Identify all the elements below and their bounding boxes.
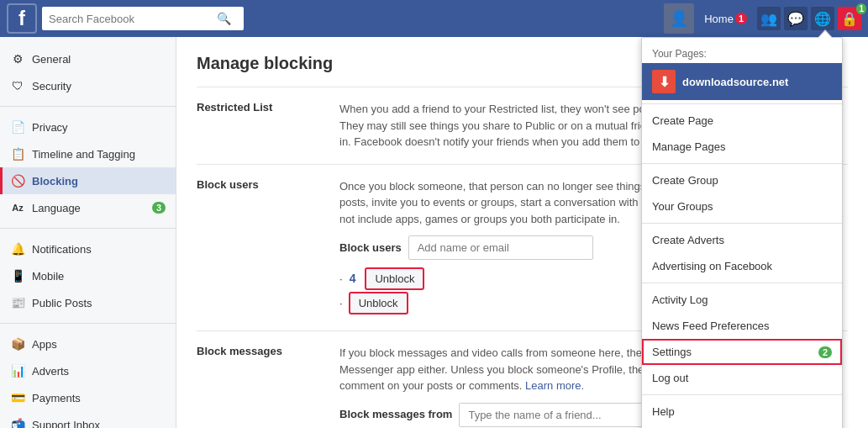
- sidebar-label-payments: Payments: [32, 392, 81, 404]
- dropdown-item-advertising[interactable]: Advertising on Facebook: [642, 253, 842, 279]
- timeline-icon: 📋: [10, 146, 25, 161]
- create-page-label: Create Page: [652, 114, 713, 127]
- messages-icon-btn[interactable]: 💬: [784, 7, 808, 30]
- sidebar-label-timeline: Timeline and Tagging: [32, 148, 135, 161]
- dropdown-item-create-adverts[interactable]: Create Adverts: [642, 227, 842, 253]
- notifications-icon-btn[interactable]: 🌐: [811, 7, 834, 30]
- sidebar-item-payments[interactable]: 💳 Payments: [0, 384, 176, 411]
- language-badge: 3: [152, 202, 166, 214]
- sidebar-item-general[interactable]: ⚙ General: [0, 45, 176, 72]
- public-posts-icon: 📰: [10, 295, 25, 310]
- facebook-logo: f: [7, 3, 37, 34]
- activity-log-label: Activity Log: [652, 293, 708, 306]
- dropdown-icon-btn[interactable]: 🔒 1: [838, 7, 861, 30]
- sidebar-item-mobile[interactable]: 📱 Mobile: [0, 262, 176, 289]
- manage-pages-label: Manage Pages: [652, 140, 725, 153]
- sidebar-item-apps[interactable]: 📦 Apps: [0, 330, 176, 357]
- block-messages-input-label: Block messages from: [339, 406, 452, 423]
- sidebar-label-language: Language: [32, 202, 81, 214]
- dropdown-item-manage-pages[interactable]: Manage Pages: [642, 134, 842, 160]
- dropdown-divider-5: [642, 394, 842, 395]
- restricted-list-label: Restricted List: [197, 101, 323, 151]
- dropdown-item-create-page[interactable]: Create Page: [642, 108, 842, 134]
- friends-icon-btn[interactable]: 👥: [757, 7, 781, 30]
- apps-icon: 📦: [10, 336, 25, 351]
- sidebar-item-notifications[interactable]: 🔔 Notifications: [0, 235, 176, 262]
- settings-badge: 2: [818, 346, 832, 358]
- sidebar-item-adverts[interactable]: 📊 Adverts: [0, 357, 176, 384]
- language-icon: Az: [10, 200, 25, 215]
- dropdown-item-your-groups[interactable]: Your Groups: [642, 193, 842, 219]
- sidebar-divider-3: [0, 323, 176, 324]
- news-feed-label: News Feed Preferences: [652, 320, 769, 332]
- dropdown-divider-1: [642, 103, 842, 104]
- support-inbox-icon: 📬: [10, 417, 25, 428]
- block-users-label: Block users: [197, 178, 323, 318]
- dropdown-item-logout[interactable]: Log out: [642, 365, 842, 391]
- sidebar-item-timeline[interactable]: 📋 Timeline and Tagging: [0, 140, 176, 167]
- page-icon: ⬇: [652, 70, 676, 93]
- adverts-icon: 📊: [10, 363, 25, 378]
- search-bar[interactable]: 🔍: [42, 7, 244, 30]
- sidebar-item-support-inbox[interactable]: 📬 Support Inbox: [0, 411, 176, 428]
- sidebar-item-language[interactable]: Az Language 3: [0, 194, 176, 221]
- create-group-label: Create Group: [652, 174, 718, 187]
- security-icon: 🛡: [10, 78, 25, 93]
- notifications-sidebar-icon: 🔔: [10, 241, 25, 256]
- unblock-badge: 4: [350, 270, 356, 288]
- dropdown-page-name: downloadsource.net: [682, 76, 788, 88]
- block-messages-label: Block messages: [197, 345, 323, 427]
- blocking-icon: 🚫: [10, 173, 25, 188]
- logout-label: Log out: [652, 372, 688, 384]
- block-users-input[interactable]: [408, 235, 593, 260]
- dropdown-item-activity-log[interactable]: Activity Log: [642, 287, 842, 313]
- settings-label: Settings: [652, 346, 692, 358]
- avatar[interactable]: 👤: [664, 3, 694, 34]
- sidebar-label-security: Security: [32, 80, 71, 92]
- sidebar-label-mobile: Mobile: [32, 270, 64, 283]
- sidebar: ⚙ General 🛡 Security 📄 Privacy 📋 Timelin…: [0, 37, 176, 428]
- privacy-icon: 📄: [10, 119, 25, 135]
- dropdown-item-help[interactable]: Help: [642, 399, 842, 425]
- sidebar-item-public-posts[interactable]: 📰 Public Posts: [0, 289, 176, 316]
- sidebar-divider-2: [0, 228, 176, 229]
- sidebar-label-notifications: Notifications: [32, 243, 92, 256]
- block-users-input-label: Block users: [339, 240, 402, 256]
- dropdown-page-item[interactable]: ⬇ downloadsource.net: [642, 63, 842, 100]
- dropdown-item-support-inbox[interactable]: Support Inbox 5: [642, 425, 842, 428]
- sidebar-label-support-inbox: Support Inbox: [32, 419, 100, 429]
- dropdown-item-settings[interactable]: Settings 2: [642, 339, 842, 365]
- payments-icon: 💳: [10, 390, 25, 405]
- dropdown-badge: 1: [856, 3, 866, 14]
- sidebar-label-privacy: Privacy: [32, 121, 68, 134]
- home-label: Home: [704, 13, 734, 25]
- sidebar-item-privacy[interactable]: 📄 Privacy: [0, 114, 176, 140]
- sidebar-item-blocking[interactable]: 🚫 Blocking: [0, 167, 176, 194]
- search-input[interactable]: [49, 13, 217, 25]
- sidebar-label-blocking: Blocking: [32, 175, 78, 188]
- block-messages-input[interactable]: [459, 403, 644, 427]
- create-adverts-label: Create Adverts: [652, 234, 724, 246]
- mobile-icon: 📱: [10, 268, 25, 283]
- block-messages-learn-more-link[interactable]: Learn more.: [525, 379, 584, 392]
- dropdown-item-create-group[interactable]: Create Group: [642, 167, 842, 193]
- sidebar-label-adverts: Adverts: [32, 365, 69, 378]
- dropdown-item-news-feed[interactable]: News Feed Preferences: [642, 313, 842, 339]
- dropdown-menu: Your Pages: ⬇ downloadsource.net Create …: [641, 37, 843, 428]
- unblock-button-1[interactable]: Unblock: [366, 268, 423, 289]
- general-icon: ⚙: [10, 51, 25, 66]
- help-label: Help: [652, 405, 675, 418]
- home-badge: 1: [735, 13, 747, 24]
- your-groups-label: Your Groups: [652, 200, 713, 213]
- search-icon: 🔍: [217, 12, 231, 25]
- home-nav-item[interactable]: Home 1: [697, 9, 754, 29]
- unblock-button-2[interactable]: Unblock: [350, 293, 408, 314]
- sidebar-label-general: General: [32, 53, 71, 66]
- dropdown-divider-3: [642, 223, 842, 224]
- dropdown-divider-2: [642, 163, 842, 164]
- sidebar-item-security[interactable]: 🛡 Security: [0, 72, 176, 99]
- sidebar-label-public-posts: Public Posts: [32, 297, 92, 309]
- dot-1: ·: [339, 271, 343, 288]
- sidebar-divider-1: [0, 106, 176, 107]
- sidebar-label-apps: Apps: [32, 338, 57, 351]
